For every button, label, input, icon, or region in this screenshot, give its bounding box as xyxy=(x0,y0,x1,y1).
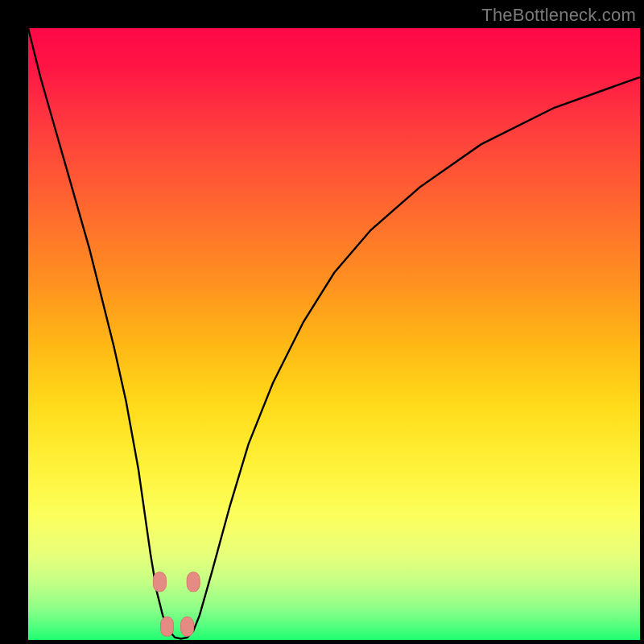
chart-plot-area xyxy=(28,28,640,640)
curve-marker xyxy=(181,617,194,636)
curve-marker xyxy=(161,617,174,636)
chart-frame: TheBottleneck.com xyxy=(0,0,644,644)
watermark-text: TheBottleneck.com xyxy=(481,5,636,26)
curve-marker xyxy=(153,572,166,592)
curve-marker xyxy=(187,572,200,592)
curve-line xyxy=(28,28,640,638)
bottleneck-curve xyxy=(28,28,640,640)
